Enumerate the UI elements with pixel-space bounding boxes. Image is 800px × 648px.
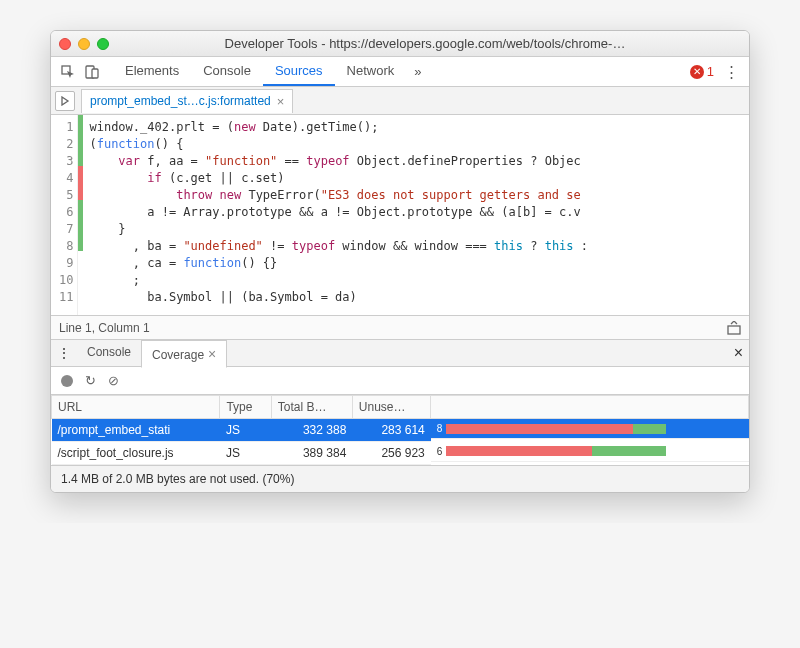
show-drawer-icon[interactable] [727, 321, 741, 335]
code-line[interactable]: , ba = "undefined" != typeof window && w… [89, 238, 588, 255]
clear-icon[interactable]: ⊘ [108, 373, 119, 388]
code-line[interactable]: (function() { [89, 136, 588, 153]
cell-type: JS [220, 442, 271, 465]
navigator-toggle-icon[interactable] [55, 91, 75, 111]
code-line[interactable]: ba.Symbol || (ba.Symbol = da) [89, 289, 588, 306]
kebab-menu-icon[interactable]: ⋮ [724, 63, 739, 81]
panel-tab-elements[interactable]: Elements [113, 57, 191, 86]
column-header[interactable]: Type [220, 396, 271, 419]
line-number: 4 [59, 170, 73, 187]
column-header[interactable]: Total B… [271, 396, 352, 419]
coverage-summary: 1.4 MB of 2.0 MB bytes are not used. (70… [51, 465, 749, 492]
panel-tab-console[interactable]: Console [191, 57, 263, 86]
main-toolbar: ElementsConsoleSourcesNetwork » ✕ 1 ⋮ [51, 57, 749, 87]
cell-url: /prompt_embed_stati [52, 419, 220, 442]
coverage-row[interactable]: /script_foot_closure.jsJS389 384256 923 … [52, 442, 749, 465]
record-button[interactable] [61, 375, 73, 387]
devtools-window: Developer Tools - https://developers.goo… [50, 30, 750, 493]
cursor-position: Line 1, Column 1 [59, 321, 150, 335]
editor-statusbar: Line 1, Column 1 [51, 315, 749, 339]
code-line[interactable]: ; [89, 272, 588, 289]
close-drawer-icon[interactable]: × [734, 344, 743, 362]
code-line[interactable]: } [89, 221, 588, 238]
error-icon: ✕ [690, 65, 704, 79]
code-line[interactable]: window._402.prlt = (new Date).getTime(); [89, 119, 588, 136]
line-number: 3 [59, 153, 73, 170]
line-number: 7 [59, 221, 73, 238]
coverage-toolbar: ↻ ⊘ [51, 367, 749, 395]
coverage-row[interactable]: /prompt_embed_statiJS332 388283 614 8 [52, 419, 749, 442]
more-panels-icon[interactable]: » [406, 64, 429, 79]
code-line[interactable]: if (c.get || c.set) [89, 170, 588, 187]
code-content[interactable]: window._402.prlt = (new Date).getTime();… [83, 115, 594, 315]
code-line[interactable]: , ca = function() {} [89, 255, 588, 272]
close-window-button[interactable] [59, 38, 71, 50]
panel-tab-sources[interactable]: Sources [263, 57, 335, 86]
cell-total: 332 388 [271, 419, 352, 442]
line-number: 11 [59, 289, 73, 306]
code-line[interactable]: var f, aa = "function" == typeof Object.… [89, 153, 588, 170]
file-tab[interactable]: prompt_embed_st…c.js:formatted × [81, 89, 293, 113]
error-count: 1 [707, 64, 714, 79]
close-file-tab-icon[interactable]: × [277, 94, 285, 109]
cell-bar: 8 [431, 419, 749, 439]
minimize-window-button[interactable] [78, 38, 90, 50]
close-drawer-tab-icon[interactable]: × [208, 346, 216, 362]
drawer-menu-icon[interactable]: ⋮ [57, 345, 77, 361]
error-badge[interactable]: ✕ 1 [690, 64, 714, 79]
file-tab-bar: prompt_embed_st…c.js:formatted × [51, 87, 749, 115]
code-editor[interactable]: 1234567891011 window._402.prlt = (new Da… [51, 115, 749, 315]
titlebar: Developer Tools - https://developers.goo… [51, 31, 749, 57]
window-controls [59, 38, 109, 50]
cell-bar: 6 [431, 442, 749, 462]
cell-total: 389 384 [271, 442, 352, 465]
drawer-tab-coverage[interactable]: Coverage× [141, 340, 227, 368]
drawer-tabs: ⋮ ConsoleCoverage× × [51, 339, 749, 367]
panel-tab-network[interactable]: Network [335, 57, 407, 86]
drawer-tab-console[interactable]: Console [77, 340, 141, 367]
inspect-icon[interactable] [57, 61, 79, 83]
cell-unused: 283 614 [352, 419, 430, 442]
cell-unused: 256 923 [352, 442, 430, 465]
coverage-table: URLTypeTotal B…Unuse… /prompt_embed_stat… [51, 395, 749, 465]
line-number: 5 [59, 187, 73, 204]
panel-tabs: ElementsConsoleSourcesNetwork [113, 57, 406, 86]
file-tab-label: prompt_embed_st…c.js:formatted [90, 94, 271, 108]
line-number-gutter: 1234567891011 [51, 115, 78, 315]
line-number: 9 [59, 255, 73, 272]
svg-rect-2 [92, 69, 98, 78]
line-number: 10 [59, 272, 73, 289]
code-line[interactable]: a != Array.prototype && a != Object.prot… [89, 204, 588, 221]
column-header[interactable]: URL [52, 396, 220, 419]
cell-type: JS [220, 419, 271, 442]
code-line[interactable]: throw new TypeError("ES3 does not suppor… [89, 187, 588, 204]
line-number: 8 [59, 238, 73, 255]
maximize-window-button[interactable] [97, 38, 109, 50]
device-icon[interactable] [81, 61, 103, 83]
cell-url: /script_foot_closure.js [52, 442, 220, 465]
window-title: Developer Tools - https://developers.goo… [109, 36, 741, 51]
line-number: 2 [59, 136, 73, 153]
line-number: 1 [59, 119, 73, 136]
reload-icon[interactable]: ↻ [85, 373, 96, 388]
column-header-bar [431, 396, 749, 419]
svg-rect-3 [728, 326, 740, 334]
column-header[interactable]: Unuse… [352, 396, 430, 419]
line-number: 6 [59, 204, 73, 221]
